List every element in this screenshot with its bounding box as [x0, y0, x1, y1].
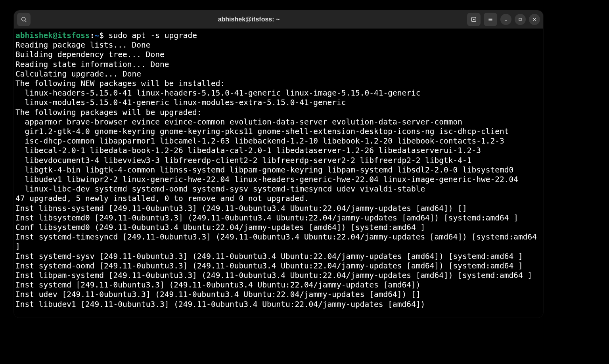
terminal-output[interactable]: abhishek@itsfoss:~$ sudo apt -s upgrade …: [14, 29, 543, 309]
output-line: The following NEW packages will be insta…: [15, 79, 225, 88]
output-line: gir1.2-gtk-4.0 gnome-keyring gnome-keyri…: [15, 127, 509, 136]
maximize-icon: [518, 17, 523, 22]
close-icon: [532, 17, 537, 22]
output-line: libudev1 libwinpr2-2 linux-generic-hwe-2…: [15, 175, 518, 184]
window-title: abhishek@itsfoss: ~: [218, 16, 280, 23]
output-line: apparmor brave-browser evince evince-com…: [15, 117, 462, 126]
output-line: Inst systemd [249.11-0ubuntu3.3] (249.11…: [15, 280, 420, 289]
hamburger-menu-button[interactable]: [484, 13, 497, 26]
output-line: Inst systemd-sysv [249.11-0ubuntu3.3] (2…: [15, 252, 523, 261]
prompt-dollar: $: [99, 31, 104, 40]
hamburger-icon: [487, 16, 494, 23]
svg-point-0: [22, 17, 25, 21]
output-line: Calculating upgrade... Done: [15, 69, 141, 79]
close-button[interactable]: [529, 14, 540, 25]
output-line: Inst libsystemd0 [249.11-0ubuntu3.3] (24…: [15, 213, 518, 222]
output-line: Inst systemd-timesyncd [249.11-0ubuntu3.…: [15, 232, 542, 251]
output-line: Inst libpam-systemd [249.11-0ubuntu3.3] …: [15, 271, 532, 280]
svg-rect-9: [519, 18, 521, 21]
output-line: libgtk-4-bin libgtk-4-common libnss-syst…: [15, 165, 513, 174]
titlebar: abhishek@itsfoss: ~: [14, 10, 543, 29]
output-line: libecal-2.0-1 libedata-book-1.2-26 libed…: [15, 146, 481, 155]
minimize-icon: [504, 17, 508, 22]
output-line: libevdocument3-4 libevview3-3 libfreerdp…: [15, 156, 472, 165]
prompt-path: ~: [95, 31, 100, 40]
output-line: linux-modules-5.15.0-41-generic linux-mo…: [15, 98, 346, 107]
output-line: Conf libsystemd0 (249.11-0ubuntu3.4 Ubun…: [15, 223, 425, 232]
output-line: linux-headers-5.15.0-41 linux-headers-5.…: [15, 88, 420, 98]
output-line: linux-libc-dev systemd systemd-oomd syst…: [15, 184, 425, 193]
new-tab-icon: [471, 16, 477, 23]
output-line: Inst libudev1 [249.11-0ubuntu3.3] (249.1…: [15, 300, 425, 309]
prompt-colon: :: [90, 31, 95, 40]
minimize-button[interactable]: [500, 14, 511, 25]
maximize-button[interactable]: [515, 14, 526, 25]
output-line: The following packages will be upgraded:: [15, 108, 202, 117]
search-button[interactable]: [17, 13, 31, 26]
output-line: Inst libnss-systemd [249.11-0ubuntu3.3] …: [15, 204, 467, 213]
prompt-user-host: abhishek@itsfoss: [15, 31, 90, 40]
svg-line-1: [25, 21, 26, 22]
prompt-command: sudo apt -s upgrade: [109, 31, 197, 40]
output-line: Building dependency tree... Done: [15, 50, 165, 59]
output-line: isc-dhcp-common libapparmor1 libcamel-1.…: [15, 136, 504, 146]
output-line: Inst systemd-oomd [249.11-0ubuntu3.3] (2…: [15, 261, 523, 270]
search-icon: [21, 16, 27, 23]
terminal-window: abhishek@itsfoss: ~ abhishek@itsfoss:~$ …: [14, 10, 543, 318]
output-line: 47 upgraded, 5 newly installed, 0 to rem…: [15, 194, 309, 203]
output-line: Reading package lists... Done: [15, 40, 150, 50]
new-tab-button[interactable]: [467, 13, 481, 26]
output-line: Reading state information... Done: [15, 60, 169, 69]
output-line: Inst udev [249.11-0ubuntu3.3] (249.11-0u…: [15, 290, 420, 299]
